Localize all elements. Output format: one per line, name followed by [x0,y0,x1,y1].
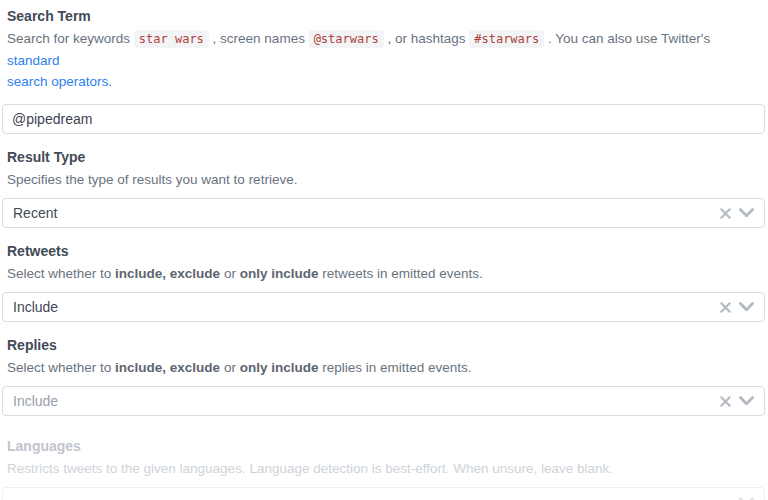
search-term-description: Search for keywords star wars , screen n… [2,28,765,92]
retweets-select-value: Include [13,293,720,321]
result-type-select[interactable]: Recent [2,198,765,228]
languages-label: Languages [2,438,765,454]
field-retweets: Retweets Select whether to include, excl… [2,243,765,322]
description-text: or [220,266,240,281]
replies-description: Select whether to include, exclude or on… [2,357,765,378]
field-result-type: Result Type Specifies the type of result… [2,149,765,228]
replies-select-value: Include [13,387,720,415]
clear-icon[interactable] [720,396,731,407]
emphasis-exclude: exclude [170,360,220,375]
search-operators-link-text: standard [7,53,60,68]
select-icons [720,208,754,219]
languages-select [2,487,765,500]
emphasis-include: include, [115,266,166,281]
code-example-keywords: star wars [134,30,209,48]
search-term-input[interactable] [2,104,765,134]
result-type-label: Result Type [2,149,765,165]
twitter-search-config-form: Search Term Search for keywords star war… [0,0,768,500]
replies-label: Replies [2,337,765,353]
chevron-down-icon[interactable] [739,208,754,218]
description-text: , screen names [209,31,309,46]
description-text: Select whether to [7,360,115,375]
search-operators-link[interactable]: standardsearch operators. [7,53,112,89]
description-text: Restricts tweets to the given languages.… [7,461,613,476]
select-icons [720,396,754,407]
search-operators-link-text: search operators. [7,74,112,89]
emphasis-only-include: only include [240,360,319,375]
select-icons [720,302,754,313]
retweets-label: Retweets [2,243,765,259]
search-term-label: Search Term [2,8,765,24]
description-text: . You can also use Twitter's [544,31,710,46]
emphasis-only-include: only include [240,266,319,281]
description-text: Specifies the type of results you want t… [7,172,297,187]
retweets-select[interactable]: Include [2,292,765,322]
code-example-hashtag: #starwars [469,30,544,48]
description-text: Select whether to [7,266,115,281]
description-text: replies in emitted events. [318,360,471,375]
description-text: Search for keywords [7,31,134,46]
field-languages: Languages Restricts tweets to the given … [2,438,765,500]
chevron-down-icon[interactable] [739,396,754,406]
replies-select[interactable]: Include [2,386,765,416]
description-text: retweets in emitted events. [318,266,482,281]
clear-icon[interactable] [720,302,731,313]
code-example-screen-name: @starwars [309,30,384,48]
field-replies: Replies Select whether to include, exclu… [2,337,765,416]
languages-description: Restricts tweets to the given languages.… [2,458,765,479]
emphasis-include: include, [115,360,166,375]
chevron-down-icon[interactable] [739,302,754,312]
clear-icon[interactable] [720,208,731,219]
result-type-select-value: Recent [13,199,720,227]
description-text: or [220,360,240,375]
emphasis-exclude: exclude [170,266,220,281]
field-search-term: Search Term Search for keywords star war… [2,8,765,134]
description-text: , or hashtags [384,31,470,46]
result-type-description: Specifies the type of results you want t… [2,169,765,190]
retweets-description: Select whether to include, exclude or on… [2,263,765,284]
